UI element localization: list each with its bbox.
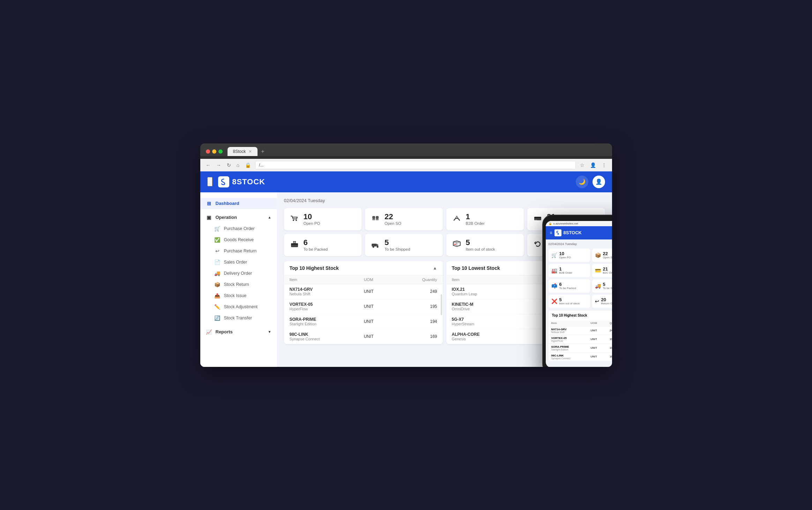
stat-info-open-so: 22 Open SO <box>385 213 401 226</box>
browser-frame: 8Stock ✕ + ← → ↻ ⌂ 🔒 ☆ 👤 ⋮ ≡ 8STO <box>200 143 612 367</box>
brand-logo: 8STOCK <box>218 176 265 187</box>
mobile-hamburger-icon[interactable]: ≡ <box>550 230 552 235</box>
mobile-item-name: Starlight Edition <box>551 348 585 351</box>
item-cell: 98C-LINK Synapse Connect <box>284 329 358 344</box>
mobile-stat-open-so[interactable]: 📦 22 Open SO <box>592 249 612 262</box>
mobile-table-row[interactable]: VORTEX-05 HyperFlow UNIT 195 <box>549 335 612 343</box>
table-row[interactable]: 98C-LINK Synapse Connect UNIT 169 <box>284 329 443 344</box>
mobile-stat-label-b2c-order: B2C Order <box>603 271 612 274</box>
mobile-stat-to-be-shipped[interactable]: 🚚 5 To be Shipped <box>592 279 612 293</box>
sidebar-stock-adjustment-label: Stock Adjustment <box>224 304 258 309</box>
sidebar-item-purchase-order[interactable]: 🛒 Purchase Order <box>200 223 277 234</box>
tab-close-icon[interactable]: ✕ <box>248 149 252 154</box>
profile-icon[interactable]: 👤 <box>589 162 597 169</box>
sidebar-item-stock-issue[interactable]: 📤 Stock Issue <box>200 290 277 301</box>
mobile-open-po-icon: 🛒 <box>551 252 557 258</box>
mobile-highest-table-body: NX714-GRV Nebula Shift UNIT 249 VORTEX-0… <box>549 326 612 361</box>
stat-card-open-po[interactable]: 10 Open PO <box>284 208 362 230</box>
mobile-brand-icon <box>554 229 561 236</box>
mobile-b2c-order-icon: 💳 <box>595 268 601 273</box>
sidebar-item-goods-receive[interactable]: ✅ Goods Receive <box>200 234 277 245</box>
stat-card-b2b-order[interactable]: 1 B2B Order <box>446 208 524 230</box>
mobile-item-code: NX714-GRV <box>551 328 585 331</box>
stat-card-open-so[interactable]: 22 Open SO <box>365 208 443 230</box>
mobile-stat-return-order-info: 20 Return Order <box>601 297 612 305</box>
reports-chevron-icon: ▼ <box>268 330 271 334</box>
mobile-open-so-icon: 📦 <box>595 252 601 258</box>
item-name: HyperFlow <box>290 307 353 311</box>
highest-stock-table: Item UOM Quantity NX714-GRV Nebula Shift… <box>284 275 443 344</box>
mobile-stat-open-po[interactable]: 🛒 10 Open PO <box>549 249 590 262</box>
stat-number-item-out-of-stock: 5 <box>466 239 495 246</box>
item-code: NX714-GRV <box>290 287 353 292</box>
mobile-table-row[interactable]: NX714-GRV Nebula Shift UNIT 249 <box>549 326 612 335</box>
mobile-stat-label-b2b-order: B2B Order <box>559 271 573 274</box>
stat-card-item-out-of-stock[interactable]: 5 Item out of stock <box>446 234 524 256</box>
bookmark-icon[interactable]: ☆ <box>579 162 586 169</box>
mobile-stat-item-out-of-stock[interactable]: ❌ 5 Item out of stock <box>549 295 590 308</box>
sidebar-item-delivery-order[interactable]: 🚚 Delivery Order <box>200 268 277 279</box>
mobile-stat-to-be-shipped-info: 5 To be Shipped <box>603 282 612 290</box>
sidebar-item-sales-order[interactable]: 📄 Sales Order <box>200 257 277 268</box>
svg-rect-4 <box>372 219 375 220</box>
mobile-stat-b2b-order[interactable]: 🏭 1 B2B Order <box>549 264 590 277</box>
stock-adjustment-icon: ✏️ <box>214 304 221 310</box>
goods-receive-icon: ✅ <box>214 237 221 243</box>
highest-stock-collapse-button[interactable]: ▲ <box>433 266 437 271</box>
mobile-stat-open-so-info: 22 Open SO <box>603 251 612 259</box>
uom-cell: UNIT <box>358 284 396 299</box>
mobile-url-text: o.azurewebsites.net <box>553 222 578 225</box>
item-name: Nebula Shift <box>290 292 353 296</box>
sidebar-item-stock-transfer[interactable]: 🔄 Stock Transfer <box>200 312 277 324</box>
sidebar-item-dashboard[interactable]: ⊞ Dashboard <box>200 198 277 209</box>
sidebar-reports-label: Reports <box>216 329 233 334</box>
sidebar-operation-header[interactable]: ▣ Operation ▲ <box>200 212 277 223</box>
tab-title: 8Stock <box>233 149 246 154</box>
mobile-table-row[interactable]: SORA-PRIME Starlight Edition UNIT 194 <box>549 343 612 352</box>
stat-card-to-be-packed[interactable]: 6 To be Packed <box>284 234 362 256</box>
maximize-dot[interactable] <box>218 149 223 154</box>
home-button[interactable]: ⌂ <box>235 162 241 169</box>
reload-button[interactable]: ↻ <box>225 162 232 169</box>
mobile-stat-b2c-order[interactable]: 💳 21 B2C Order <box>592 264 612 277</box>
forward-button[interactable]: → <box>215 162 223 169</box>
menu-icon[interactable]: ⋮ <box>600 162 608 169</box>
open-so-icon <box>371 213 380 225</box>
table-row[interactable]: VORTEX-05 HyperFlow UNIT 195 <box>284 299 443 314</box>
item-name: Genesis <box>452 337 545 341</box>
mobile-stat-to-be-packed[interactable]: 📫 6 To be Packed <box>549 279 590 293</box>
item-code: ALPHA-CORE <box>452 332 545 337</box>
table-row[interactable]: SORA-PRIME Starlight Edition UNIT 194 <box>284 314 443 329</box>
qty-cell: 249 <box>396 284 442 299</box>
sidebar-item-stock-adjustment[interactable]: ✏️ Stock Adjustment <box>200 301 277 312</box>
item-code: SORA-PRIME <box>290 317 353 322</box>
user-profile-button[interactable]: 👤 <box>593 176 605 188</box>
svg-point-14 <box>377 246 379 247</box>
browser-tab[interactable]: 8Stock ✕ <box>228 147 258 156</box>
dark-mode-button[interactable]: 🌙 <box>576 176 588 188</box>
stat-card-to-be-shipped[interactable]: 5 To be Shipped <box>365 234 443 256</box>
close-dot[interactable] <box>206 149 210 154</box>
open-po-icon <box>290 213 299 225</box>
sidebar-reports-header[interactable]: 📈 Reports ▼ <box>200 326 277 338</box>
delivery-order-icon: 🚚 <box>214 271 221 276</box>
mobile-item-out-of-stock-icon: ❌ <box>551 298 557 304</box>
table-row[interactable]: NX714-GRV Nebula Shift UNIT 249 <box>284 284 443 299</box>
address-bar[interactable] <box>255 161 576 169</box>
minimize-dot[interactable] <box>212 149 216 154</box>
sidebar-item-purchase-return[interactable]: ↩ Purchase Return <box>200 245 277 257</box>
mobile-stat-return-order[interactable]: ↩ 20 Return Order <box>592 295 612 308</box>
back-button[interactable]: ← <box>204 162 212 169</box>
scrollbar-indicator[interactable] <box>441 294 442 315</box>
browser-dots: 8Stock ✕ + <box>206 147 606 156</box>
hamburger-menu[interactable]: ≡ <box>207 177 213 186</box>
sidebar-item-stock-return[interactable]: 📦 Stock Return <box>200 279 277 290</box>
mobile-to-be-packed-icon: 📫 <box>551 283 557 289</box>
mobile-date-header: 02/04/2024 Tuesday <box>549 242 612 246</box>
item-cell: ALPHA-CORE Genesis <box>446 329 550 344</box>
sidebar-sales-order-label: Sales Order <box>224 260 247 265</box>
mobile-brand: 8STOCK <box>554 229 582 236</box>
new-tab-icon[interactable]: + <box>261 148 264 155</box>
mobile-table-row[interactable]: 98C-LINK Synapse Connect UNIT 169 <box>549 352 612 361</box>
stat-label-open-po: Open PO <box>304 221 320 226</box>
